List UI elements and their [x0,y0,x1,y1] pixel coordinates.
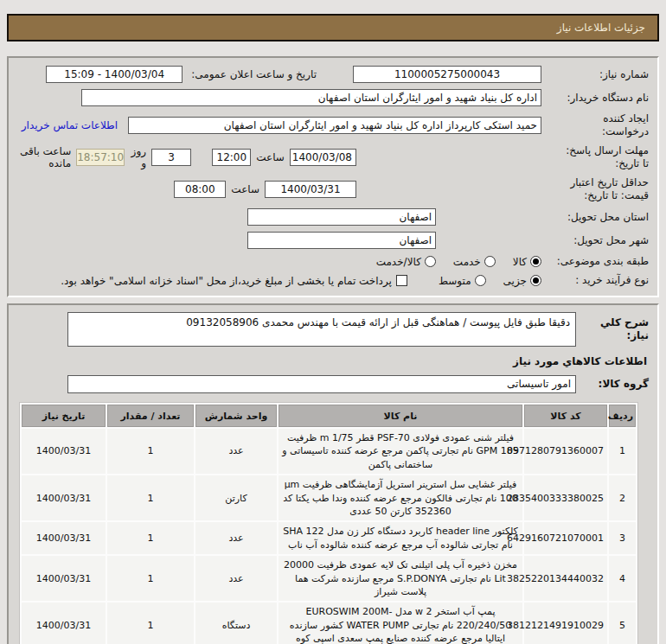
table-row: 1 0971280791360007 فیلتر شنی عمودی فولاد… [22,429,636,474]
cell-quantity: 1 [107,429,194,474]
group-label: گروه کالا: [576,378,649,391]
delivery-province-field[interactable]: اصفهان [247,208,436,226]
reply-deadline-label-line2: تا تاریخ: [615,157,649,169]
radio-option-jozii[interactable]: جزیی [503,275,541,287]
items-heading: اطلاعات کالاهاي مورد نیاز [17,355,647,367]
radio-jozii-icon[interactable] [530,275,541,286]
cell-item-name: فیلتر شنی عمودی فولادی PSF-70 قطر m 1/75… [279,429,522,474]
items-table: ردیف کد کالا نام کالا واحد شمارش تعداد /… [19,402,638,644]
cell-item-code: 6429160721070001 [524,522,607,554]
countdown-timer: 18:57:10 [76,149,125,166]
reply-deadline-date-field[interactable]: 1400/03/08 [290,149,356,166]
delivery-province-label: استان محل تحویل: [541,211,649,224]
header-row-index: ردیف [609,405,636,427]
items-panel: شرح کلي نیاز: دقیقا طبق فایل پیوست / هما… [7,303,659,644]
treasury-checkbox-option[interactable]: پرداخت تمام یا بخشی از مبلغ خرید،از محل … [61,275,407,287]
description-label: شرح کلي نیاز: [576,316,649,342]
delivery-city-label: شهر محل تحویل: [541,234,649,247]
cell-need-date: 1400/03/31 [22,603,106,644]
price-validity-hour-label: ساعت [231,183,259,195]
remaining-days-field[interactable]: 3 [151,149,191,166]
cell-item-name: کلکتور header line کاربرد دستگاه کلر زن … [279,522,522,554]
cell-item-code: 3812121491910029 [524,603,607,644]
purchase-type-label: نوع فرآیند خرید : [541,274,649,287]
table-row: 4 3825220134440032 مخزن ذخیره آب پلی اتی… [22,556,636,601]
radio-motevasset-icon[interactable] [475,275,486,286]
price-validity-time-field[interactable]: 08:00 [174,181,226,198]
cell-quantity: 1 [107,522,194,554]
cell-item-code: 3825220134440032 [524,556,607,601]
days-and-label: روز و [130,145,146,169]
table-header-row: ردیف کد کالا نام کالا واحد شمارش تعداد /… [22,405,636,427]
cell-quantity: 1 [107,603,194,644]
cell-need-date: 1400/03/31 [22,429,106,474]
cell-item-code: 0971280791360007 [524,429,607,474]
header-unit: واحد شمارش [195,405,277,427]
title-bar: جزئیات اطلاعات نیاز [7,14,659,41]
announce-datetime-field[interactable]: 1400/03/04 - 15:09 [46,66,183,83]
price-validity-label: حداقل تاریخ اعتبار قیمت: تا تاریخ: [541,176,649,202]
delivery-province-row: استان محل تحویل: اصفهان [17,208,649,226]
cell-item-name: مخزن ذخیره آب پلی اتیلنی تک لایه عمودی ظ… [279,556,522,601]
announce-datetime-label: تاریخ و ساعت اعلان عمومی: [191,68,317,80]
header-item-code: کد کالا [524,405,607,427]
buyer-org-label: نام دستگاه خریدار: [541,92,649,105]
radio-kala-khedmat-icon[interactable] [425,256,436,267]
radio-option-motevasset[interactable]: متوسط [439,275,486,287]
cell-row-index: 3 [609,522,636,554]
header-item-name: نام کالا [279,405,522,427]
need-number-row: شماره نیاز: 1100005275000043 تاریخ و ساع… [17,66,649,83]
cell-quantity: 1 [107,556,194,601]
requester-label-line1: ایجاد کننده [603,112,649,124]
price-validity-row: حداقل تاریخ اعتبار قیمت: تا تاریخ: 1400/… [17,176,649,202]
buyer-org-row: نام دستگاه خریدار: اداره کل بنیاد شهید و… [17,89,649,106]
table-row: 3 6429160721070001 کلکتور header line کا… [22,522,636,554]
requester-label-line2: درخواست: [602,125,649,137]
cell-unit: عدد [195,522,277,554]
buyer-org-field[interactable]: اداره کل بنیاد شهید و امور ایثارگران است… [81,89,541,106]
table-row: 5 3812121491910029 پمپ آب استخر w 2 مدل … [22,603,636,644]
radio-motevasset-label: متوسط [439,275,471,287]
cell-row-index: 4 [609,556,636,601]
cell-need-date: 1400/03/31 [22,556,106,601]
cell-need-date: 1400/03/31 [22,475,106,520]
group-field[interactable]: امور تاسیساتی [67,375,576,393]
treasury-checkbox-label: پرداخت تمام یا بخشی از مبلغ خرید،از محل … [61,275,392,287]
group-row: گروه کالا: امور تاسیساتی [17,375,649,393]
table-row: 2 2835400333380025 فیلتر غشایی سل استرین… [22,475,636,520]
need-number-field[interactable]: 1100005275000043 [353,66,541,83]
radio-kala-icon[interactable] [530,256,541,267]
delivery-city-field[interactable]: اصفهان [247,232,436,249]
cell-unit: عدد [195,429,277,474]
description-field[interactable]: دقیقا طبق فایل پیوست / هماهنگی قبل از ار… [67,312,576,347]
purchase-type-row: نوع فرآیند خرید : جزیی متوسط پرداخت تمام… [17,274,649,287]
cell-row-index: 2 [609,475,636,520]
delivery-city-row: شهر محل تحویل: اصفهان [17,232,649,249]
radio-khedmat-icon[interactable] [484,256,496,267]
cell-unit: دستگاه [195,603,277,644]
reply-deadline-time-field[interactable]: 12:00 [212,149,251,166]
radio-kala-label: کالا [513,256,527,268]
cell-row-index: 1 [609,429,636,474]
price-validity-date-field[interactable]: 1400/03/31 [265,181,356,198]
requester-field[interactable]: حمید استکی کارپرداز اداره کل بنیاد شهید … [128,117,541,134]
radio-option-khedmat[interactable]: خدمت [453,256,496,268]
cell-need-date: 1400/03/31 [22,522,106,554]
radio-khedmat-label: خدمت [453,256,481,268]
buyer-contact-link[interactable]: اطلاعات تماس خریدار [22,119,118,131]
cell-item-code: 2835400333380025 [524,475,607,520]
treasury-checkbox[interactable] [396,275,407,286]
cell-quantity: 1 [107,475,194,520]
need-number-label: شماره نیاز: [541,68,649,81]
radio-kala-khedmat-label: کالا/خدمت [376,256,421,268]
reply-deadline-hour-label: ساعت [256,151,285,163]
need-info-panel: شماره نیاز: 1100005275000043 تاریخ و ساع… [7,56,659,297]
reply-deadline-row: مهلت ارسال پاسخ: تا تاریخ: 1400/03/08 سا… [17,144,649,170]
reply-deadline-label: مهلت ارسال پاسخ: تا تاریخ: [541,144,649,170]
radio-option-kala-khedmat[interactable]: کالا/خدمت [376,256,436,268]
cell-unit: کارتن [195,475,277,520]
price-validity-label-line2: قیمت: تا تاریخ: [584,189,649,201]
radio-option-kala[interactable]: کالا [513,256,541,268]
subject-class-label: طبقه بندی موضوعی: [541,255,649,268]
requester-row: ایجاد کننده درخواست: حمید استکی کارپرداز… [17,112,649,138]
